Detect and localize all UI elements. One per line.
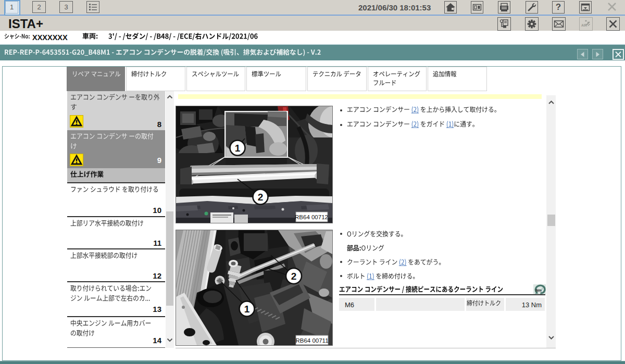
svg-text:2: 2 <box>291 271 297 282</box>
svg-text:1: 1 <box>235 143 241 154</box>
svg-text:AIR: AIR <box>581 23 588 27</box>
svg-text:2: 2 <box>258 192 264 203</box>
svg-text:Nm: Nm <box>536 288 542 292</box>
svg-text:RB64 00711: RB64 00711 <box>295 337 328 344</box>
svg-text:1: 1 <box>244 304 250 315</box>
svg-text:RB64 00712: RB64 00712 <box>295 214 328 220</box>
